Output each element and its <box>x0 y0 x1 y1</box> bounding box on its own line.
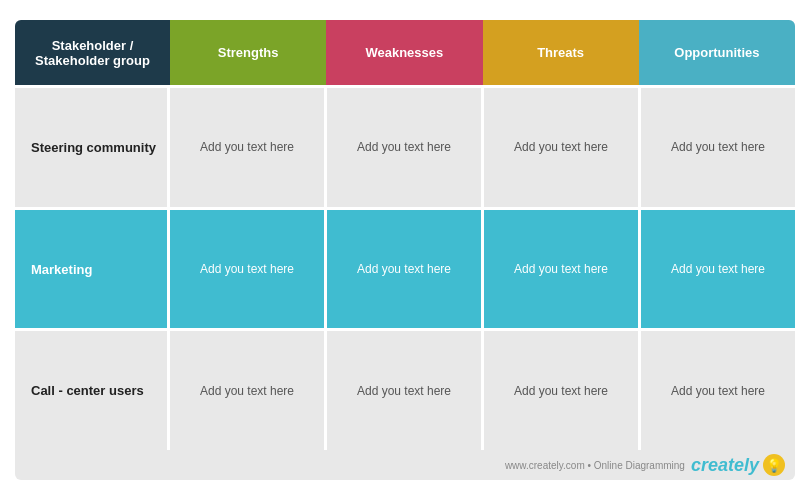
main-wrapper: Stakeholder / Stakeholder group Strength… <box>15 20 795 480</box>
threats-text-call-center: Add you text here <box>514 384 608 398</box>
footer: www.creately.com • Online Diagramming cr… <box>15 450 795 480</box>
weaknesses-cell-steering[interactable]: Add you text here <box>327 88 484 207</box>
swot-table: Stakeholder / Stakeholder group Strength… <box>15 20 795 450</box>
weaknesses-cell-marketing[interactable]: Add you text here <box>327 210 484 329</box>
header-threats: Threats <box>483 20 639 85</box>
strengths-text-call-center: Add you text here <box>200 384 294 398</box>
stakeholder-label-call-center: Call - center users <box>31 383 144 398</box>
opportunities-cell-steering[interactable]: Add you text here <box>641 88 795 207</box>
strengths-text-steering: Add you text here <box>200 140 294 154</box>
row-call-center: Call - center users Add you text here Ad… <box>15 328 795 450</box>
lightbulb-icon: 💡 <box>766 458 782 473</box>
threats-cell-marketing[interactable]: Add you text here <box>484 210 641 329</box>
stakeholder-cell-steering: Steering community <box>15 88 170 207</box>
strengths-cell-steering[interactable]: Add you text here <box>170 88 327 207</box>
stakeholder-label-marketing: Marketing <box>31 262 92 277</box>
header-strengths: Strengths <box>170 20 326 85</box>
strengths-text-marketing: Add you text here <box>200 262 294 276</box>
header-weaknesses: Weaknesses <box>326 20 482 85</box>
threats-header-label: Threats <box>537 45 584 60</box>
weaknesses-cell-call-center[interactable]: Add you text here <box>327 331 484 450</box>
opportunities-text-steering: Add you text here <box>671 140 765 154</box>
threats-text-steering: Add you text here <box>514 140 608 154</box>
row-marketing: Marketing Add you text here Add you text… <box>15 207 795 329</box>
weaknesses-text-steering: Add you text here <box>357 140 451 154</box>
opportunities-header-label: Opportunities <box>674 45 759 60</box>
row-steering: Steering community Add you text here Add… <box>15 85 795 207</box>
stakeholder-header-label: Stakeholder / Stakeholder group <box>23 38 162 68</box>
header-row: Stakeholder / Stakeholder group Strength… <box>15 20 795 85</box>
brand-icon: 💡 <box>763 454 785 476</box>
header-stakeholder: Stakeholder / Stakeholder group <box>15 20 170 85</box>
stakeholder-cell-marketing: Marketing <box>15 210 170 329</box>
strengths-cell-marketing[interactable]: Add you text here <box>170 210 327 329</box>
opportunities-cell-call-center[interactable]: Add you text here <box>641 331 795 450</box>
header-opportunities: Opportunities <box>639 20 795 85</box>
brand-name: creately <box>691 455 759 476</box>
footer-url: www.creately.com • Online Diagramming <box>505 460 685 471</box>
strengths-cell-call-center[interactable]: Add you text here <box>170 331 327 450</box>
opportunities-text-marketing: Add you text here <box>671 262 765 276</box>
threats-cell-call-center[interactable]: Add you text here <box>484 331 641 450</box>
strengths-header-label: Strengths <box>218 45 279 60</box>
stakeholder-cell-call-center: Call - center users <box>15 331 170 450</box>
brand-container: creately 💡 <box>691 454 785 476</box>
opportunities-text-call-center: Add you text here <box>671 384 765 398</box>
threats-cell-steering[interactable]: Add you text here <box>484 88 641 207</box>
weaknesses-header-label: Weaknesses <box>365 45 443 60</box>
threats-text-marketing: Add you text here <box>514 262 608 276</box>
data-rows: Steering community Add you text here Add… <box>15 85 795 450</box>
stakeholder-label-steering: Steering community <box>31 140 156 155</box>
opportunities-cell-marketing[interactable]: Add you text here <box>641 210 795 329</box>
weaknesses-text-call-center: Add you text here <box>357 384 451 398</box>
weaknesses-text-marketing: Add you text here <box>357 262 451 276</box>
